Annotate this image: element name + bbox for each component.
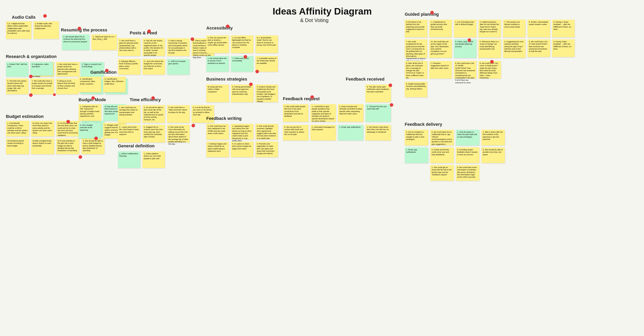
subtitle: & Dot Voting <box>216 17 412 24</box>
sticky-fbd-2: 6. We could allow him to collaborate tha… <box>430 130 454 146</box>
sticky-fbr-6: 2. Automated messages for help requests <box>310 125 336 140</box>
sticky-gp-7: 10. We could also set up the stages of t… <box>429 39 452 58</box>
sticky-fbw-1: 5- She could have her trips registered i… <box>206 124 229 140</box>
sticky-research-5: 5. The links she pastes should extract a… <box>6 78 28 94</box>
sticky-fbd-4: 1. able to share with him the evolution … <box>481 130 505 146</box>
section-general: General definition <box>118 144 154 148</box>
sticky-gp-15: 9. We could have a list of "MORE QUESTIO… <box>454 61 476 78</box>
sticky-research-7: 8. Bring as much options that she liked,… <box>56 78 78 94</box>
sticky-fbd-10: 8. We could have some information of act… <box>456 165 479 181</box>
section-fb-delivery: Feedback delivery <box>405 122 442 127</box>
sticky-bus-1: 5) Using ads from hotels or flight compa… <box>206 84 229 102</box>
section-audio-calls: Audio Calls <box>12 15 36 20</box>
sticky-fbr-5: 6. We can put him in contact with locals… <box>283 125 308 140</box>
sticky-research-4: 8. Categories, ranks and filters <box>30 62 53 76</box>
sticky-fbd-3: 1. Give the option to share the plan (wi… <box>456 130 479 146</box>
sticky-gp-5: 7. The product can behave similarly to s… <box>503 20 526 37</box>
sticky-audio-2: 1. Enable Audio calls during the plannin… <box>34 21 59 39</box>
sticky-gp-9: 5. Whenever there is a "point of change"… <box>478 39 501 58</box>
sticky-fbrcv-1: 8. The plan owner gets notification when… <box>366 84 391 102</box>
sticky-fbr-1: 3. We could notify people who live in th… <box>283 104 308 122</box>
sticky-fbd-6: 6. Family and friends could come over an… <box>430 147 454 163</box>
section-fb-request: Feedback request <box>283 96 320 102</box>
section-time: Time efficiency <box>130 97 161 102</box>
sticky-bus-3: 3. Feature hostals and residencias that … <box>256 84 278 102</box>
section-gamification: Gamification <box>90 70 116 75</box>
section-posts: Posts & Feed <box>130 30 157 36</box>
sticky-acc-2: 1. On and offline lightweight tool that … <box>231 35 254 53</box>
sticky-time-1: 1. We could have an average time spent o… <box>118 105 140 123</box>
section-research: Research & organization <box>6 54 56 59</box>
sticky-posts-1: 7- We could have a place for general pos… <box>118 38 140 56</box>
sticky-gen-2: 1. Online platform where you can invite … <box>142 151 165 168</box>
sticky-gp-3: 2. List of template trips with a defined… <box>454 20 476 37</box>
sticky-fbd-5: 1. Email, app notifications <box>405 147 428 163</box>
sticky-fbd-9: 1- She could get an email with the link … <box>430 165 454 181</box>
sticky-budmode-1: 1. Categories plan as "life" experience … <box>78 104 101 121</box>
sticky-gp-18: 9. Having "basic template"... after the … <box>552 39 575 57</box>
sticky-gp-14: 7. Proactive suggestions based on data f… <box>429 61 452 78</box>
sticky-acc-1: 4. She can access her plan at anytime...… <box>206 35 229 53</box>
sticky-fbr-2: 1. I would like to give people questions… <box>310 104 336 122</box>
section-resuming: Resuming the process <box>61 28 107 32</box>
sticky-research-6: 7. We could also have a proper section f… <box>30 78 54 94</box>
sticky-fbd-1: 4. Got an invitation to collaborate that… <box>405 130 428 146</box>
sticky-budgest-8: 4. She should be able to have a total bu… <box>81 138 104 154</box>
sticky-research-1: 1. Shared "link" with the Plan <box>6 62 28 77</box>
sticky-posts-5: 5. Manage different level of privacy (pr… <box>118 59 140 75</box>
sticky-budgest-2: 2) Users can share how much they spend i… <box>31 121 54 136</box>
sticky-gp-16: 8. We could have "trip room" to build (p… <box>478 61 501 78</box>
sticky-fbw-3: 5. She could directly comment, highlight… <box>256 124 278 140</box>
sticky-gp-10: 3. Suggesting the most relevant activiti… <box>503 39 526 58</box>
sticky-posts-2: 5- The info she shares could be on the r… <box>142 38 165 56</box>
sticky-gp-1: 8.Trip theme to be defined from the begi… <box>405 20 427 37</box>
sticky-resume-2: 1. "Welcome back! Go to :> [last_thing_i… <box>91 34 117 50</box>
sticky-gp-8: 6- Clean, easy, visual and guided planni… <box>454 39 476 58</box>
sticky-gen-1: 1. Online Collaborative Planning <box>118 151 140 168</box>
sticky-posts-6: 2 - once she shares the budget the commu… <box>142 59 165 75</box>
sticky-gp-12: 9. Having a "basic template"... after th… <box>552 20 575 37</box>
sticky-fbr-4: 2. "Choose the item you need help with" <box>366 104 391 122</box>
sticky-acc-4: 1. We should allow him to access it from… <box>206 56 229 72</box>
sticky-fbw-6: 3. Promote user registration to make the… <box>256 142 278 157</box>
sticky-acc-5: 7. Online and offline accessibility <box>231 56 254 72</box>
sticky-gp-6: 7. We could complement for the guide pro… <box>405 39 427 58</box>
sticky-fbw-2: 1. Uploading images and videos from her … <box>231 124 254 140</box>
sticky-time-2: 4. He should be able to plan every day o… <box>142 105 165 123</box>
sticky-fbd-7: 5. Providing simple feedback doesn't req… <box>456 147 479 163</box>
sticky-acc-3: 8. A "presentation mode" that he can sho… <box>256 35 278 53</box>
sticky-gami-2: 6. Gamification: badges, tiles, follower… <box>103 77 126 92</box>
sticky-gp-17: 6. We could have a lot of "todo QUESTION… <box>528 39 550 57</box>
sticky-time-6: 5. Suggest him to reserve some free time… <box>142 125 165 142</box>
sticky-fbd-8: 8. She should be able to provide more th… <box>481 147 505 163</box>
sticky-budgest-6: 4) With a budget limiter search engine o… <box>31 138 54 154</box>
sticky-acc-6: 7. A printable version of the whole plan… <box>256 56 278 72</box>
section-fb-writing: Feedback writing <box>206 116 242 121</box>
sticky-gp-4: 3. Helpful questions after he has clicke… <box>478 20 501 37</box>
sticky-fbw-4: 7. Sharing images and videos should be a… <box>206 142 229 157</box>
sticky-fbw-5: 8. An option to share print-screen image… <box>231 142 254 157</box>
sticky-posts-3: 3. Have a strong community of travelers … <box>167 38 190 56</box>
sticky-research-3: 2. We could also have a proper section f… <box>56 62 80 77</box>
sticky-gp-19: 8. Maybe having drafts, versions and pub… <box>405 82 427 97</box>
section-fb-received: Feedback received <box>346 77 384 82</box>
sticky-fbr-8: 1. Her friends could share their Plan Li… <box>366 125 391 140</box>
sticky-gp-11: 8. Rookie, intermediate, expert traveler… <box>528 20 550 37</box>
sticky-time-5: 5 - Leave some hints like: dont forget t… <box>118 125 140 142</box>
sticky-posts-7: 4 - With lot of people give opinion <box>167 59 190 75</box>
sticky-fbr-3: 2. Keep Amanda and Nicholas reminded of … <box>338 104 364 122</box>
sticky-gp-13: 9. After all the info is given, we could… <box>405 61 427 78</box>
main-canvas: Ideas Affinity Diagram & Dot Voting Audi… <box>0 0 644 336</box>
section-business: Business strategies <box>206 77 247 82</box>
sticky-bus-2: 5- Having partnerships with travel agenc… <box>231 84 254 102</box>
sticky-audio-1: 1.4. A digital tool that allows online a… <box>6 21 32 39</box>
sticky-gami-1: 6. Gamification components: likes, level… <box>78 77 101 92</box>
sticky-budgest-5: 4) Prioritized search results according … <box>6 138 29 154</box>
sticky-budgest-7: 6) If most activities in the plan has a … <box>56 138 79 154</box>
sticky-time-7: 5. We could not be more information by a… <box>167 125 190 142</box>
sticky-budgest-1: 1. Cost-Benefit Comparison: There could … <box>6 121 29 136</box>
sticky-time-3: 5- We could have a "daily summary" about… <box>167 105 190 123</box>
sticky-fbr-7: 1. Email, app notifications <box>338 125 364 140</box>
section-budget-est: Budget estimation <box>6 114 44 119</box>
sticky-budmode-3: 9. Set a budget estimate at the beginnin… <box>78 123 101 138</box>
